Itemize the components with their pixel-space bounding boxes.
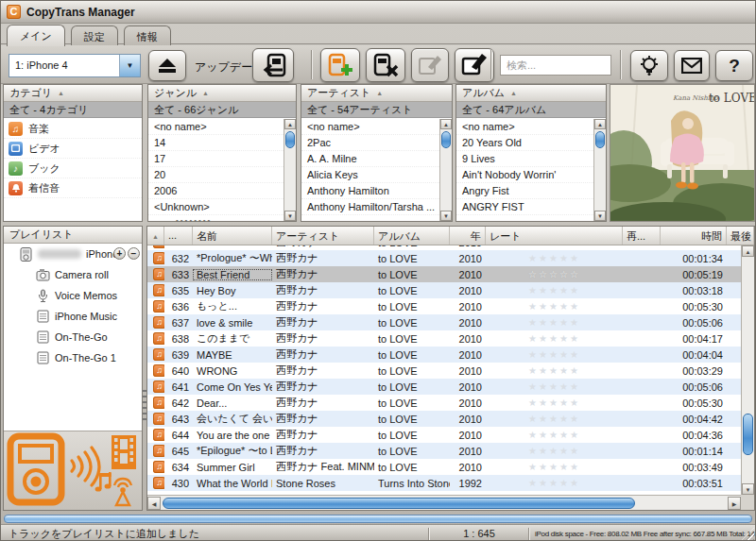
list-item[interactable]: ANGRY FIST (456, 199, 593, 215)
playlist-item-iphone-music[interactable]: iPhone Music (4, 306, 142, 327)
album-scrollbar[interactable]: ▲ ▼ (593, 119, 606, 221)
category-item-video[interactable]: ビデオ (4, 139, 142, 159)
table-row[interactable]: ♫ 634 Summer Girl 西野カナ Feat. MINMI to LO… (147, 459, 741, 475)
scrollbar-thumb[interactable] (285, 131, 295, 148)
table-horizontal-scrollbar[interactable]: ◀ ▶ (147, 495, 741, 510)
scrollbar-thumb[interactable] (163, 498, 635, 509)
artist-all-row[interactable]: 全て - 54アーティスト (301, 102, 452, 118)
table-row[interactable]: ♫ 638 このままで 西野カナ to LOVE 2010 ★★★★★ 00:0… (147, 330, 741, 347)
track-rating-stars[interactable]: ★★★★★ (486, 285, 623, 296)
table-row[interactable]: ♫ 645 *Epilogue* 〜to LO... 西野カナ to LOVE … (147, 443, 741, 459)
table-row[interactable]: ♫ 642 Dear... 西野カナ to LOVE 2010 ★★★★★ 00… (147, 395, 741, 411)
column-header-year[interactable]: 年 (450, 227, 486, 245)
list-item[interactable]: <no name> (148, 119, 284, 135)
artist-scrollbar[interactable]: ▲ ▼ (439, 119, 452, 221)
track-rating-stars[interactable]: ★★★★★ (486, 333, 623, 344)
search-input[interactable] (500, 55, 611, 76)
track-rating-stars[interactable]: ★★★★★ (486, 478, 623, 488)
track-rating-stars[interactable]: ★★★★★ (486, 365, 623, 376)
list-item[interactable]: <Unknown> (148, 199, 284, 215)
track-rating-stars[interactable]: ★★★★★ (486, 414, 623, 424)
scroll-up-icon[interactable]: ▲ (440, 119, 452, 129)
list-item[interactable]: Anthony Hamilton/Tarsha ... (301, 199, 439, 215)
column-header-artist[interactable]: アーティスト (272, 227, 374, 245)
table-row[interactable]: ♫ 639 MAYBE 西野カナ to LOVE 2010 ★★★★★ 00:0… (147, 347, 741, 363)
add-track-button[interactable] (320, 48, 360, 82)
list-item[interactable]: Alicia Keys (301, 167, 439, 183)
track-rating-stars[interactable]: ★★★★★ (486, 301, 623, 312)
tips-button[interactable] (630, 50, 668, 81)
list-item[interactable]: 9 Lives (456, 151, 593, 167)
scroll-up-icon[interactable]: ▲ (284, 119, 296, 129)
tab-main[interactable]: メイン (7, 25, 65, 46)
splitter-handle-horizontal[interactable]: •••••••• (176, 219, 212, 223)
track-rating-stars[interactable]: ★★★★★ (486, 349, 623, 360)
playlist-item-camera-roll[interactable]: Camera roll (4, 264, 142, 285)
table-row[interactable]: ♫ 644 You are the one 西野カナ to LOVE 2010 … (147, 427, 741, 443)
scroll-down-icon[interactable]: ▼ (594, 211, 606, 221)
table-row[interactable]: ♫ 643 会いたくて 会いたくて 西野カナ to LOVE 2010 ★★★★… (147, 411, 741, 427)
track-rating-stars[interactable]: ★★★★★ (486, 317, 623, 328)
add-playlist-icon[interactable]: + (113, 247, 126, 260)
tab-info[interactable]: 情報 (124, 25, 171, 47)
track-rating-stars[interactable]: ★★★★★ (486, 430, 623, 440)
column-header-lastplayed[interactable]: 最後 (727, 227, 754, 245)
help-button[interactable]: ? (715, 50, 753, 81)
remove-playlist-icon[interactable]: − (128, 247, 140, 260)
scrollbar-thumb[interactable] (743, 414, 753, 455)
scrollbar-thumb[interactable] (595, 131, 605, 148)
scrollbar-thumb[interactable] (441, 131, 451, 148)
track-rating-stars[interactable]: ★★★★★ (486, 397, 623, 408)
track-rating-stars[interactable]: ★★★★★ (486, 462, 623, 472)
genre-scrollbar[interactable]: ▲ ▼ (284, 119, 296, 221)
list-item[interactable]: <no name> (456, 119, 593, 135)
scroll-up-icon[interactable]: ▲ (742, 245, 754, 257)
scroll-down-icon[interactable]: ▼ (742, 483, 754, 495)
table-row[interactable]: ♫ 636 もっと... 西野カナ to LOVE 2010 ★★★★★ 00:… (147, 298, 741, 314)
list-item[interactable]: 2Pac (301, 135, 439, 151)
list-item[interactable]: 20 (148, 167, 284, 183)
eject-button[interactable] (148, 50, 186, 81)
genre-all-row[interactable]: 全て - 66ジャンル (148, 102, 296, 118)
column-header-icon[interactable]: ▲ (147, 227, 164, 245)
column-header-name[interactable]: 名前 (193, 227, 272, 245)
list-item[interactable]: Anthony Hamilton (301, 183, 439, 199)
list-item[interactable]: Angry Fist (456, 183, 593, 199)
scroll-down-icon[interactable]: ▼ (284, 211, 296, 221)
list-item[interactable]: 14 (148, 135, 284, 151)
list-item[interactable]: A. A. Milne (301, 151, 439, 167)
track-rating-stars[interactable]: ☆☆☆☆☆ (486, 269, 623, 279)
contact-button[interactable] (674, 50, 710, 81)
album-header[interactable]: アルバム ▲ (456, 85, 606, 102)
update-button[interactable] (252, 48, 294, 82)
list-item[interactable]: 2006 (148, 183, 284, 199)
list-item[interactable]: <no name> (301, 119, 439, 135)
column-header-time[interactable]: 時間 (661, 227, 727, 245)
scroll-left-icon[interactable]: ◀ (147, 497, 161, 510)
chevron-down-icon[interactable]: ▼ (119, 55, 140, 76)
list-item[interactable]: Ain't Nobody Worrin' (456, 167, 593, 183)
track-rating-stars[interactable]: ★★★★★ (486, 446, 623, 456)
playlist-device-row[interactable]: iPhone + − (4, 244, 142, 264)
table-row[interactable]: ♫ 632 *Prologue* 〜What ... 西野カナ to LOVE … (147, 250, 741, 266)
category-item-music[interactable]: ♫ 音楽 (4, 119, 142, 139)
track-rating-stars[interactable]: ★★★★★ (486, 245, 623, 247)
table-row[interactable]: ♫ 640 WRONG 西野カナ to LOVE 2010 ★★★★★ 00:0… (147, 363, 741, 379)
category-all-row[interactable]: 全て - 4カテゴリ (4, 102, 142, 118)
track-rating-stars[interactable]: ★★★★★ (486, 253, 623, 263)
table-row[interactable]: ♫ 637 love & smile 西野カナ to LOVE 2010 ★★★… (147, 314, 741, 330)
scroll-down-icon[interactable]: ▼ (440, 211, 452, 221)
genre-header[interactable]: ジャンル ▲ (148, 85, 296, 102)
playlist-item-voice-memos[interactable]: Voice Memos (4, 285, 142, 306)
artist-header[interactable]: アーティスト ▲ (301, 85, 452, 102)
tab-settings[interactable]: 設定 (71, 25, 118, 47)
category-header[interactable]: カテゴリ ▲ (4, 85, 142, 102)
device-selector[interactable]: 1: iPhone 4 ▼ (9, 54, 141, 77)
column-header-rating[interactable]: レート (486, 227, 623, 245)
column-header-playcount[interactable]: 再... (623, 227, 661, 245)
scroll-right-icon[interactable]: ▶ (728, 497, 741, 510)
column-header-album[interactable]: アルバム (374, 227, 450, 245)
list-item[interactable]: 17 (148, 151, 284, 167)
table-row[interactable]: ♫ 633 Best Friend 西野カナ to LOVE 2010 ☆☆☆☆… (147, 266, 741, 282)
category-item-ringtone[interactable]: 着信音 (4, 178, 142, 198)
